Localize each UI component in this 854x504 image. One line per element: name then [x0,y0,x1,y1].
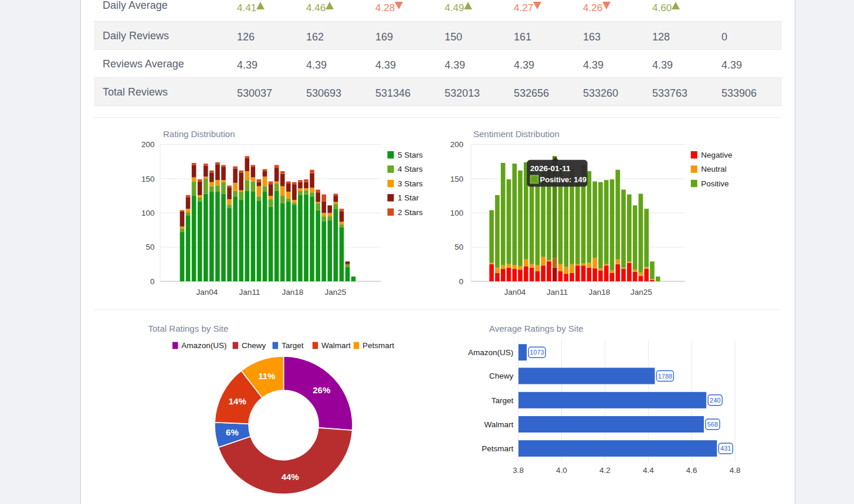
svg-text:11%: 11% [258,371,275,381]
svg-text:Total Ratings by Site: Total Ratings by Site [148,323,229,333]
svg-text:4.6: 4.6 [686,466,697,475]
svg-text:431: 431 [720,445,731,452]
svg-text:240: 240 [710,397,720,404]
svg-text:Jan04: Jan04 [196,288,218,297]
svg-text:Negative: Negative [701,151,732,159]
svg-text:Chewy: Chewy [489,372,514,380]
svg-text:50: 50 [455,243,463,251]
svg-text:1073: 1073 [530,349,544,356]
svg-text:0: 0 [150,277,155,286]
svg-text:Chewy: Chewy [242,341,266,350]
svg-text:6%: 6% [226,427,239,437]
svg-text:100: 100 [141,209,155,217]
svg-text:Jan18: Jan18 [282,288,304,297]
svg-text:4.8: 4.8 [730,466,741,475]
svg-text:4.4: 4.4 [643,466,654,475]
svg-text:Jan25: Jan25 [631,288,652,297]
svg-text:5 Stars: 5 Stars [398,151,423,159]
svg-text:Jan25: Jan25 [325,288,347,297]
svg-text:Petsmart: Petsmart [362,341,394,350]
svg-text:1 Star: 1 Star [398,193,419,202]
svg-text:2 Stars: 2 Stars [398,208,423,217]
svg-text:Sentiment Distribution: Sentiment Distribution [473,129,560,139]
svg-text:44%: 44% [282,472,299,482]
svg-text:Walmart: Walmart [321,341,351,350]
svg-text:Positive: 149: Positive: 149 [540,175,587,184]
svg-text:100: 100 [450,209,463,217]
svg-text:150: 150 [141,175,155,183]
svg-text:200: 200 [450,140,463,149]
svg-text:Neutral: Neutral [701,165,727,173]
svg-text:Target: Target [282,341,304,350]
svg-text:4.0: 4.0 [556,466,567,475]
svg-text:Walmart: Walmart [484,420,514,429]
svg-text:Rating Distribution: Rating Distribution [163,129,235,139]
svg-text:50: 50 [145,243,154,251]
svg-text:Petsmart: Petsmart [482,444,513,453]
svg-text:Jan18: Jan18 [589,288,611,297]
svg-text:Target: Target [492,396,514,405]
svg-text:Jan04: Jan04 [504,288,526,297]
svg-text:0: 0 [459,277,463,286]
svg-text:4.2: 4.2 [599,466,611,475]
svg-text:Jan11: Jan11 [239,288,260,297]
svg-text:150: 150 [450,175,463,183]
svg-text:Amazon(US): Amazon(US) [181,341,226,350]
svg-text:568: 568 [707,421,718,428]
svg-text:2026-01-11: 2026-01-11 [530,164,571,173]
svg-text:14%: 14% [229,396,246,406]
svg-text:1788: 1788 [658,373,672,380]
svg-text:4 Stars: 4 Stars [398,165,423,173]
svg-text:3 Stars: 3 Stars [398,179,423,188]
svg-text:Amazon(US): Amazon(US) [468,348,513,357]
svg-text:Jan11: Jan11 [547,288,568,297]
svg-text:Positive: Positive [701,179,728,188]
svg-text:200: 200 [141,140,155,149]
svg-text:3.8: 3.8 [513,466,524,475]
svg-text:Average Ratings by Site: Average Ratings by Site [489,323,584,333]
svg-text:26%: 26% [313,385,330,395]
